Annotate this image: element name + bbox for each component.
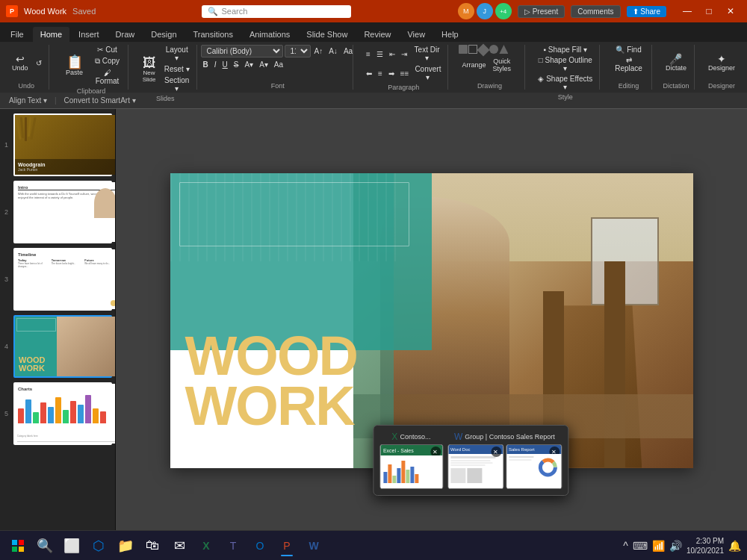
arrange-button[interactable]: Arrange <box>459 60 489 70</box>
network-icon[interactable]: 📶 <box>652 540 665 552</box>
font-color-button[interactable]: A▾ <box>242 60 255 69</box>
font-size-select[interactable]: 11 <box>285 45 311 57</box>
close-button[interactable]: ✕ <box>720 4 741 19</box>
underline-button[interactable]: U <box>220 60 230 69</box>
clear-format-button[interactable]: Aa <box>341 46 355 56</box>
tab-insert[interactable]: Insert <box>71 27 107 42</box>
shape-triangle[interactable] <box>499 45 508 54</box>
convert-smartart-button[interactable]: Convert ▾ <box>412 64 443 82</box>
increase-indent-button[interactable]: ⇥ <box>399 49 409 59</box>
search-box[interactable]: 🔍 Search <box>202 5 351 18</box>
ribbon-group-editing: 🔍 Find ⇄ Replace Editing <box>606 45 652 90</box>
designer-button[interactable]: ✦ Designer <box>705 52 738 73</box>
font-name-select[interactable]: Calibri (Body) <box>201 45 283 57</box>
shape-rect[interactable] <box>459 45 468 54</box>
slide-thumb-4[interactable]: 4 WOODWORK <box>13 315 112 378</box>
shape-circle[interactable] <box>489 45 498 54</box>
align-text-button[interactable]: Align Text ▾ <box>6 96 50 105</box>
close-word1-button[interactable]: ✕ <box>491 447 501 457</box>
numbering-button[interactable]: ☰ <box>374 49 385 59</box>
tab-home[interactable]: Home <box>33 27 69 42</box>
tab-draw[interactable]: Draw <box>108 27 143 42</box>
ribbon-content: ↩ Undo ↺ Undo 📋 Paste ✂ Cut ⧉ Copy 🖌 For… <box>0 42 747 93</box>
dictate-button[interactable]: 🎤 Dictate <box>663 52 689 73</box>
tab-design[interactable]: Design <box>143 27 184 42</box>
clock[interactable]: 2:30 PM 10/20/2021 <box>686 536 724 556</box>
outlook-button[interactable]: O <box>248 534 272 558</box>
highlight-button[interactable]: A▾ <box>257 60 270 69</box>
font-grow-button[interactable]: A↑ <box>312 46 326 56</box>
edge-button[interactable]: ⬡ <box>87 534 111 558</box>
shape-diamond[interactable] <box>477 44 490 57</box>
slide-thumb-1[interactable]: 1 Woodgrain Jack Purton <box>13 113 112 176</box>
convert-to-smartart-button[interactable]: Convert to SmartArt ▾ <box>61 96 139 105</box>
volume-icon[interactable]: 🔊 <box>669 540 682 552</box>
word-group-icon: W <box>454 432 462 442</box>
copy-button[interactable]: ⧉ Copy <box>92 56 123 66</box>
shape-outline-button[interactable]: □ Shape Outline ▾ <box>536 55 595 73</box>
share-button[interactable]: ⬆ Share <box>627 6 666 17</box>
layout-button[interactable]: Layout ▾ <box>162 45 192 63</box>
italic-button[interactable]: I <box>212 60 219 69</box>
paste-button[interactable]: 📋 Paste <box>60 54 90 78</box>
format-painter-button[interactable]: 🖌 Format <box>92 68 123 86</box>
align-right-button[interactable]: ➡ <box>386 69 397 78</box>
file-explorer-button[interactable]: 📁 <box>114 534 137 558</box>
store-button[interactable]: 🛍 <box>140 534 164 558</box>
new-slide-button[interactable]: 🖼 NewSlide <box>139 55 160 84</box>
search-icon: 🔍 <box>208 7 218 16</box>
slide-thumb-2[interactable]: 2 Intro With the world turning towards a… <box>13 181 112 243</box>
powerpoint-taskbar-button[interactable]: P <box>275 534 299 558</box>
maximize-button[interactable]: □ <box>698 4 719 19</box>
word-thumb-2[interactable]: ✕ Sales Report <box>506 444 562 489</box>
avatar-2: J <box>477 3 493 19</box>
tab-animations[interactable]: Animations <box>242 27 297 42</box>
teams-button[interactable]: T <box>221 534 245 558</box>
cut-button[interactable]: ✂ Cut <box>92 45 123 55</box>
mail-button[interactable]: ✉ <box>167 534 191 558</box>
excel-taskbar-button[interactable]: X <box>194 534 218 558</box>
text-shadow-button[interactable]: Aa <box>272 60 285 69</box>
undo-button[interactable]: ↩ Undo <box>9 52 31 73</box>
tab-transitions[interactable]: Transitions <box>186 27 241 42</box>
start-button[interactable] <box>6 534 30 558</box>
shape-fill-button[interactable]: ▪ Shape Fill ▾ <box>542 45 590 55</box>
quick-styles-button[interactable]: QuickStyles <box>489 56 514 74</box>
redo-button[interactable]: ↺ <box>34 58 44 68</box>
bold-button[interactable]: B <box>201 60 211 69</box>
app-icon: P <box>6 5 18 17</box>
canvas-area: WOOD WORK X Contoso... ✕ Excel - Sales <box>116 109 747 532</box>
tab-review[interactable]: Review <box>356 27 398 42</box>
tab-view[interactable]: View <box>400 27 433 42</box>
tab-slideshow[interactable]: Slide Show <box>299 27 355 42</box>
comments-button[interactable]: Comments <box>571 5 620 18</box>
align-center-button[interactable]: ≡ <box>376 69 385 78</box>
slide-thumb-3[interactable]: 3 Timeline Today There have been a lot o… <box>13 248 112 311</box>
shape-effects-button[interactable]: ◈ Shape Effects ▾ <box>536 74 595 92</box>
excel-thumb[interactable]: ✕ Excel - Sales <box>379 444 443 489</box>
search-taskbar-button[interactable]: 🔍 <box>33 534 57 558</box>
tab-help[interactable]: Help <box>434 27 466 42</box>
word-thumb-1[interactable]: ✕ Word Doc <box>447 444 503 489</box>
justify-button[interactable]: ≡≡ <box>398 69 412 78</box>
reset-button[interactable]: Reset ▾ <box>162 64 192 74</box>
notification-icon[interactable]: 🔔 <box>728 540 741 552</box>
bullets-button[interactable]: ≡ <box>364 49 373 59</box>
keyboard-icon[interactable]: ⌨ <box>633 540 648 552</box>
word-taskbar-button[interactable]: W <box>302 534 326 558</box>
app-title: Wood Work <box>24 7 66 16</box>
strikethrough-button[interactable]: S <box>232 60 241 69</box>
tab-file[interactable]: File <box>3 27 31 42</box>
minimize-button[interactable]: — <box>677 4 698 19</box>
decrease-indent-button[interactable]: ⇤ <box>387 49 397 59</box>
section-button[interactable]: Section ▾ <box>162 75 192 93</box>
align-left-button[interactable]: ⬅ <box>364 69 374 78</box>
slide-thumb-5[interactable]: 5 Charts Category <box>13 382 112 445</box>
text-direction-button[interactable]: Text Dir ▾ <box>411 45 444 63</box>
chevron-up-icon[interactable]: ^ <box>623 540 628 552</box>
find-button[interactable]: 🔍 Find <box>613 45 643 55</box>
task-view-button[interactable]: ⬜ <box>60 534 84 558</box>
present-button[interactable]: ▷ Present <box>518 5 565 18</box>
replace-button[interactable]: ⇄ Replace <box>610 55 647 73</box>
font-shrink-button[interactable]: A↓ <box>326 46 340 56</box>
